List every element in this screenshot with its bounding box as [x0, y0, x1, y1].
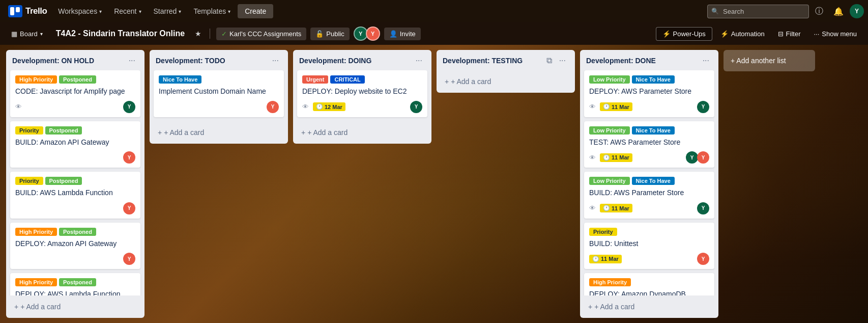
card-labels: Nice To Have — [159, 75, 279, 84]
card[interactable]: Priority BUILD: Unittest 🕐11 Mar Y — [584, 223, 714, 270]
list-title: Development: ON HOLD — [12, 57, 94, 65]
list-footer: + + Add a card — [293, 121, 431, 144]
list-header: Development: TODO ··· — [150, 50, 288, 70]
card-member-avatar[interactable]: Y — [697, 101, 709, 113]
automation-icon: ⚡ — [720, 30, 729, 38]
board-list: Development: DONE ··· Low PriorityNice T… — [580, 50, 718, 318]
card-title: DEPLOY: Amazon DynamoDB — [589, 289, 709, 295]
card-member-avatar[interactable]: Y — [697, 202, 709, 214]
add-card-button[interactable]: + + Add a card — [10, 300, 140, 314]
search-input[interactable] — [707, 5, 809, 18]
plus-icon: + — [301, 128, 305, 137]
starred-button[interactable]: Starred ▾ — [149, 4, 187, 18]
card[interactable]: Low PriorityNice To Have DEPLOY: AWS Par… — [584, 70, 714, 117]
date-badge: 🕐11 Mar — [600, 153, 632, 162]
invite-button[interactable]: 👤 Invite — [384, 28, 421, 40]
starred-chevron: ▾ — [179, 9, 181, 14]
card-member-avatar[interactable]: Y — [410, 101, 422, 113]
card-member-avatar[interactable]: Y — [697, 253, 709, 265]
card-footer: Y — [15, 151, 135, 164]
plus-icon: + — [158, 128, 162, 137]
card-member-avatar[interactable]: Y — [267, 101, 279, 113]
notifications-button[interactable]: 🔔 — [829, 5, 848, 18]
card-title: TEST: AWS Parameter Store — [589, 138, 709, 148]
show-menu-button[interactable]: ··· Show menu — [809, 28, 862, 40]
list-menu-button[interactable]: ··· — [269, 55, 282, 66]
assignments-label: Karl's CCC Assignments — [229, 30, 301, 38]
recent-button[interactable]: Recent ▾ — [109, 4, 146, 18]
board-navigation: ▦ Board ▾ T4A2 - Sindarin Translator Onl… — [0, 22, 868, 45]
board-title[interactable]: T4A2 - Sindarin Translator Online — [52, 27, 189, 40]
card[interactable]: PriorityPostponed BUILD: AWS Lambda Func… — [10, 172, 140, 219]
card-member-avatar[interactable]: Y — [123, 202, 135, 214]
list-cards: Low PriorityNice To Have DEPLOY: AWS Par… — [580, 70, 718, 295]
list-footer: + + Add a card — [580, 295, 718, 318]
card-footer: 👁🕐11 Mar Y — [589, 202, 709, 214]
list-copy-button[interactable]: ⧉ — [543, 55, 555, 66]
add-card-button[interactable]: + + Add a card — [441, 74, 571, 89]
board-type-button[interactable]: ▦ Board ▾ — [6, 28, 48, 40]
card-labels: PriorityPostponed — [15, 126, 135, 134]
power-ups-button[interactable]: ⚡ Power-Ups — [656, 27, 712, 41]
templates-button[interactable]: Templates ▾ — [188, 4, 236, 18]
card-member-avatar[interactable]: Y — [123, 101, 135, 113]
member-avatar-2[interactable]: Y — [366, 26, 380, 41]
card-member-avatar[interactable]: Y — [123, 253, 135, 265]
card-labels: UrgentCRITICAL — [302, 75, 422, 84]
list-header-actions: ··· — [700, 55, 712, 66]
card-footer: Y — [15, 202, 135, 214]
card-labels: PriorityPostponed — [15, 177, 135, 185]
filter-button[interactable]: ⊟ Filter — [773, 28, 806, 40]
list-menu-button[interactable]: ··· — [126, 55, 138, 66]
add-another-list-button[interactable]: + Add another list — [724, 50, 815, 71]
person-icon: 👤 — [389, 30, 397, 38]
list-menu-button[interactable]: ··· — [700, 55, 712, 66]
card-labels: Low PriorityNice To Have — [589, 126, 709, 134]
card[interactable]: High PriorityPostponed CODE: Javascript … — [10, 70, 140, 117]
list-menu-button[interactable]: ··· — [413, 55, 425, 66]
filter-icon: ⊟ — [778, 30, 784, 38]
public-button[interactable]: 🔓 Public — [310, 28, 349, 40]
card[interactable]: High PriorityPostponed DEPLOY: AWS Lambd… — [10, 273, 140, 295]
card[interactable]: Low PriorityNice To Have TEST: AWS Param… — [584, 121, 714, 168]
trello-logo[interactable]: Trello — [4, 3, 51, 19]
list-menu-button[interactable]: ··· — [556, 55, 569, 66]
list-header-actions: ··· — [413, 55, 425, 66]
card[interactable]: Low PriorityNice To Have BUILD: AWS Para… — [584, 172, 714, 219]
card[interactable]: High PriorityPostponed DEPLOY: Amazon AP… — [10, 223, 140, 270]
add-card-button[interactable]: + + Add a card — [297, 125, 427, 140]
card-footer: 👁🕐12 Mar Y — [302, 101, 422, 113]
add-card-label: + Add a card — [594, 303, 634, 311]
card-labels: Low PriorityNice To Have — [589, 177, 709, 185]
automation-button[interactable]: ⚡ Automation — [715, 28, 770, 40]
add-card-button[interactable]: + + Add a card — [584, 300, 714, 314]
templates-chevron: ▾ — [228, 9, 230, 14]
add-card-button[interactable]: + + Add a card — [154, 125, 284, 140]
create-button[interactable]: Create — [238, 4, 273, 18]
card[interactable]: PriorityPostponed BUILD: Amazon API Gate… — [10, 121, 140, 168]
assignments-button[interactable]: ✓ Karl's CCC Assignments — [216, 28, 306, 40]
list-header: Development: DOING ··· — [293, 50, 431, 70]
star-board-button[interactable]: ★ — [193, 28, 204, 40]
starred-label: Starred — [154, 7, 177, 15]
card[interactable]: Nice To Have Implement Custom Domain Nam… — [154, 70, 284, 117]
list-header-actions: ··· — [126, 55, 138, 66]
card-member-avatar-2[interactable]: Y — [697, 151, 709, 164]
list-footer: + + Add a card — [437, 70, 575, 93]
card[interactable]: High Priority DEPLOY: Amazon DynamoDB 👁🕐… — [584, 273, 714, 295]
user-avatar[interactable]: Y — [850, 4, 864, 18]
plus-icon: + — [588, 303, 592, 311]
card-label: High Priority — [15, 278, 57, 286]
watch-icon: 👁 — [589, 103, 596, 111]
card-member-avatar[interactable]: Y — [686, 151, 698, 164]
card-label: Postponed — [45, 177, 82, 185]
card-member-avatar[interactable]: Y — [123, 151, 135, 164]
info-button[interactable]: ⓘ — [811, 4, 827, 19]
board-list: Development: TESTING ⧉ ··· + + Add a car… — [437, 50, 575, 93]
add-card-label: + Add a card — [307, 128, 348, 137]
recent-label: Recent — [114, 7, 136, 15]
workspaces-button[interactable]: Workspaces ▾ — [53, 4, 107, 18]
card-avatars: Y — [123, 101, 135, 113]
card[interactable]: UrgentCRITICAL DEPLOY: Deploy website to… — [297, 70, 427, 117]
card-label: High Priority — [589, 278, 631, 286]
